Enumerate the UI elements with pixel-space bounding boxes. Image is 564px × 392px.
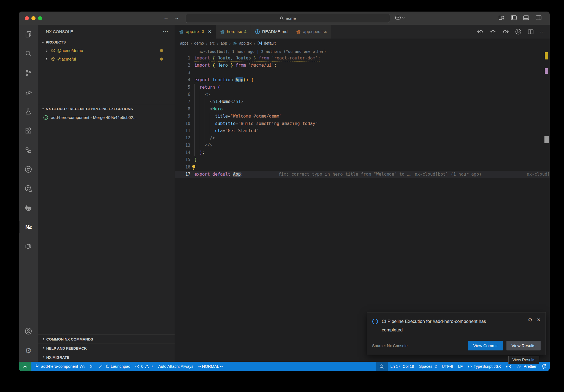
language-mode-status[interactable]: {} TypeScript JSX (465, 362, 503, 371)
lightbulb-icon[interactable] (191, 165, 196, 170)
zoom-out-segment[interactable] (376, 362, 388, 371)
close-tab-icon[interactable]: ✕ (208, 29, 212, 34)
command-center-search[interactable]: acme (186, 14, 390, 23)
customize-layout-icon[interactable] (499, 15, 504, 20)
formatter-label: Prettier (524, 364, 536, 369)
nx-graph-icon (25, 165, 32, 173)
explorer-icon (25, 31, 32, 38)
chevron-right-icon[interactable] (44, 49, 49, 52)
encoding-label: UTF-8 (442, 364, 453, 369)
remote-indicator[interactable]: >< (19, 362, 31, 371)
activity-nx-graph[interactable] (19, 160, 38, 179)
minimize-window-button[interactable] (31, 16, 36, 20)
activity-containers[interactable] (19, 237, 38, 256)
activity-run-debug[interactable] (19, 83, 38, 102)
activity-explorer[interactable] (19, 25, 38, 44)
title-bar: ← → acme (19, 12, 550, 25)
problems-status[interactable]: 0 7 (133, 362, 156, 371)
package-icon (49, 57, 57, 61)
pipeline-label: add-hero-component - Merge 409b44e5cb02.… (51, 115, 137, 120)
breadcrumb-src[interactable]: src (210, 41, 215, 45)
section-nx-migrate[interactable]: NX MIGRATE (38, 353, 175, 362)
line-number: 17 (175, 171, 190, 178)
split-editor-icon[interactable] (528, 29, 533, 34)
line-number: 5 (175, 84, 190, 91)
section-help-feedback[interactable]: HELP AND FEEDBACK (38, 344, 175, 353)
git-graph-status[interactable] (87, 362, 96, 371)
cursor-position-status[interactable]: Ln 17, Col 19 (388, 362, 416, 371)
chevron-down-icon (402, 17, 405, 19)
more-actions-icon[interactable]: ⋯ (540, 29, 545, 35)
activity-edge-tools[interactable] (19, 198, 38, 217)
breadcrumb-demo[interactable]: demo (194, 41, 204, 45)
zoom-window-button[interactable] (38, 16, 42, 20)
navigate-forward-icon[interactable] (502, 29, 509, 34)
notification-close-icon[interactable]: ✕ (537, 317, 541, 323)
activity-testing[interactable] (19, 102, 38, 121)
code-line-7: 7 <h1>Home</h1> (175, 98, 550, 105)
view-results-button[interactable]: View Results (506, 341, 541, 350)
tab-app-spec-tsx[interactable]: app.spec.tsx (292, 25, 331, 39)
section-common-nx-commands[interactable]: COMMON NX COMMANDS (38, 334, 175, 344)
history-back-button[interactable]: ← (162, 15, 170, 21)
breadcrumb-file[interactable]: app.tsx (239, 41, 251, 45)
view-results-tooltip: View Results (508, 356, 539, 364)
breadcrumb-apps[interactable]: apps (180, 41, 188, 45)
breadcrumb-separator: › (254, 41, 255, 46)
projects-section-header[interactable]: PROJECTS (38, 38, 175, 46)
view-commit-button[interactable]: View Commit (468, 341, 503, 350)
tab-app-tsx[interactable]: app.tsx 3 ✕ (175, 25, 216, 39)
line-number: 1 (175, 55, 190, 62)
code-line-13: 13 </> (175, 142, 550, 149)
copilot-menu[interactable] (395, 15, 405, 20)
editor-actions: ⋯ (477, 25, 545, 39)
auto-attach-label: Auto Attach: Always (158, 364, 193, 369)
toggle-secondary-sidebar-icon[interactable] (536, 15, 541, 20)
pipeline-execution-item[interactable]: add-hero-component - Merge 409b44e5cb02.… (38, 113, 175, 122)
activity-nx-project-details[interactable] (19, 140, 38, 160)
language-label: TypeScript JSX (474, 364, 501, 369)
activity-nx-graph-search[interactable] (19, 179, 38, 198)
close-window-button[interactable] (25, 16, 29, 20)
sidebar-more-actions[interactable]: ··· (163, 29, 169, 34)
project-item-acme-ui[interactable]: @acme/ui (38, 55, 175, 63)
nx-cloud-section-header[interactable]: NX CLOUD :: RECENT CI PIPELINE EXECUTION… (38, 104, 175, 113)
toggle-primary-sidebar-icon[interactable] (511, 15, 517, 20)
activity-extensions[interactable] (19, 121, 38, 140)
settings-button[interactable]: ⚙ (19, 341, 38, 360)
navigate-current-icon[interactable] (490, 29, 496, 34)
tab-label: app.spec.tsx (303, 29, 327, 34)
activity-source-control[interactable] (19, 63, 38, 83)
project-item-acme-demo[interactable]: @acme/demo (38, 46, 175, 55)
eol-status[interactable]: LF (455, 362, 465, 371)
account-icon (25, 327, 32, 335)
code-line-6: 6 <> (175, 91, 550, 98)
check-circle-icon (43, 115, 48, 120)
breadcrumb-app[interactable]: app (221, 41, 227, 45)
tab-hero-tsx[interactable]: hero.tsx 4 (216, 25, 251, 39)
info-icon (372, 318, 378, 325)
auto-attach-status[interactable]: Auto Attach: Always (156, 362, 196, 371)
navigate-back-icon[interactable] (477, 29, 484, 34)
chevron-right-icon[interactable] (44, 58, 49, 61)
breadcrumb-symbol[interactable]: default (264, 41, 276, 45)
launchpad-status[interactable]: Launchpad (96, 362, 133, 371)
git-branch-status[interactable]: add-hero-component (31, 362, 87, 371)
activity-search[interactable] (19, 44, 38, 63)
toggle-panel-icon[interactable] (523, 15, 529, 20)
notification-settings-icon[interactable]: ⚙ (528, 317, 532, 323)
inline-git-blame: fix: correct typo in hero title from "We… (278, 172, 481, 177)
encoding-status[interactable]: UTF-8 (439, 362, 455, 371)
vim-mode-status[interactable]: -- NORMAL -- (196, 362, 225, 371)
nx-graph-button-icon[interactable] (515, 28, 522, 35)
tab-readme-md[interactable]: README.md (251, 25, 292, 39)
history-forward-button[interactable]: → (173, 15, 180, 21)
indentation-status[interactable]: Spaces: 2 (417, 362, 440, 371)
account-button[interactable] (19, 322, 38, 341)
line-number: 16 (175, 164, 190, 171)
ruler-warning-marker (545, 52, 548, 59)
notifications-status[interactable] (539, 362, 550, 371)
vim-mode-label: -- NORMAL -- (198, 364, 223, 369)
blame-overflow-text: nx-cloud[b (527, 171, 550, 178)
activity-nx-console[interactable]: N≥ (19, 217, 38, 237)
